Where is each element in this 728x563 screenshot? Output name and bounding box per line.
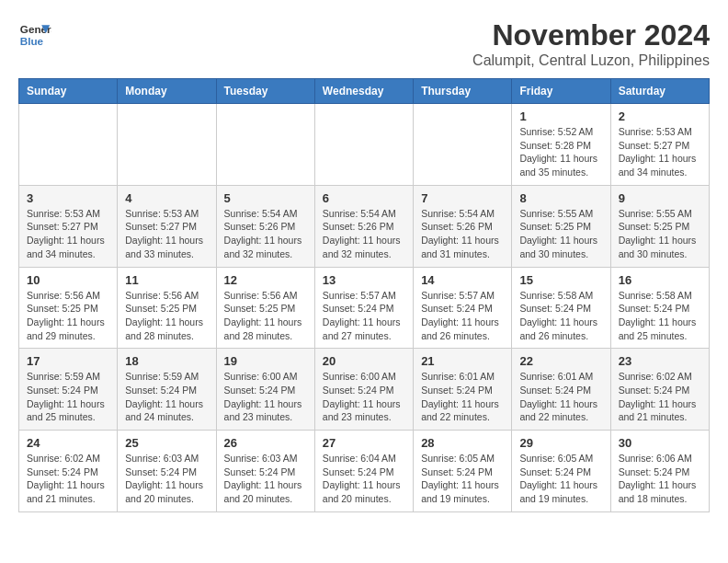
calendar-cell: 3Sunrise: 5:53 AM Sunset: 5:27 PM Daylig… bbox=[19, 185, 118, 267]
day-number: 1 bbox=[519, 109, 602, 123]
calendar-cell: 18Sunrise: 5:59 AM Sunset: 5:24 PM Dayli… bbox=[118, 349, 216, 431]
day-detail: Sunrise: 5:54 AM Sunset: 5:26 PM Dayligh… bbox=[323, 207, 405, 261]
day-number: 14 bbox=[421, 273, 504, 287]
day-detail: Sunrise: 6:06 AM Sunset: 5:24 PM Dayligh… bbox=[619, 452, 701, 506]
calendar-cell: 16Sunrise: 5:58 AM Sunset: 5:24 PM Dayli… bbox=[610, 267, 709, 349]
day-number: 5 bbox=[224, 191, 307, 205]
day-number: 7 bbox=[421, 191, 504, 205]
day-number: 28 bbox=[421, 436, 504, 450]
title-area: November 2024 Calumpit, Central Luzon, P… bbox=[472, 18, 710, 69]
calendar-cell: 10Sunrise: 5:56 AM Sunset: 5:25 PM Dayli… bbox=[19, 267, 118, 349]
day-detail: Sunrise: 5:55 AM Sunset: 5:25 PM Dayligh… bbox=[519, 207, 602, 261]
day-detail: Sunrise: 5:56 AM Sunset: 5:25 PM Dayligh… bbox=[224, 289, 307, 343]
calendar-cell: 22Sunrise: 6:01 AM Sunset: 5:24 PM Dayli… bbox=[512, 349, 610, 431]
day-number: 27 bbox=[323, 436, 405, 450]
day-detail: Sunrise: 6:04 AM Sunset: 5:24 PM Dayligh… bbox=[323, 452, 405, 506]
calendar-cell: 26Sunrise: 6:03 AM Sunset: 5:24 PM Dayli… bbox=[216, 431, 314, 512]
calendar-cell: 11Sunrise: 5:56 AM Sunset: 5:25 PM Dayli… bbox=[118, 267, 216, 349]
week-row-3: 10Sunrise: 5:56 AM Sunset: 5:25 PM Dayli… bbox=[19, 267, 710, 349]
calendar-cell bbox=[314, 104, 413, 186]
day-detail: Sunrise: 5:57 AM Sunset: 5:24 PM Dayligh… bbox=[323, 289, 405, 343]
day-number: 3 bbox=[27, 191, 109, 205]
day-detail: Sunrise: 5:54 AM Sunset: 5:26 PM Dayligh… bbox=[421, 207, 504, 261]
day-detail: Sunrise: 5:52 AM Sunset: 5:28 PM Dayligh… bbox=[519, 125, 602, 179]
calendar-cell: 25Sunrise: 6:03 AM Sunset: 5:24 PM Dayli… bbox=[118, 431, 216, 512]
day-number: 19 bbox=[224, 354, 307, 368]
day-detail: Sunrise: 6:05 AM Sunset: 5:24 PM Dayligh… bbox=[421, 452, 504, 506]
svg-text:Blue: Blue bbox=[20, 35, 44, 47]
day-detail: Sunrise: 5:53 AM Sunset: 5:27 PM Dayligh… bbox=[125, 207, 208, 261]
day-number: 16 bbox=[619, 273, 701, 287]
month-year-title: November 2024 bbox=[472, 18, 710, 52]
day-detail: Sunrise: 6:03 AM Sunset: 5:24 PM Dayligh… bbox=[125, 452, 208, 506]
calendar-cell: 17Sunrise: 5:59 AM Sunset: 5:24 PM Dayli… bbox=[19, 349, 118, 431]
calendar-cell: 23Sunrise: 6:02 AM Sunset: 5:24 PM Dayli… bbox=[610, 349, 709, 431]
calendar-cell: 6Sunrise: 5:54 AM Sunset: 5:26 PM Daylig… bbox=[314, 185, 413, 267]
week-row-5: 24Sunrise: 6:02 AM Sunset: 5:24 PM Dayli… bbox=[19, 431, 710, 512]
calendar-cell: 29Sunrise: 6:05 AM Sunset: 5:24 PM Dayli… bbox=[512, 431, 610, 512]
day-detail: Sunrise: 5:58 AM Sunset: 5:24 PM Dayligh… bbox=[519, 289, 602, 343]
day-number: 29 bbox=[519, 436, 602, 450]
day-detail: Sunrise: 6:00 AM Sunset: 5:24 PM Dayligh… bbox=[224, 370, 307, 424]
logo: General Blue bbox=[18, 18, 51, 52]
day-number: 6 bbox=[323, 191, 405, 205]
day-number: 13 bbox=[323, 273, 405, 287]
day-detail: Sunrise: 5:58 AM Sunset: 5:24 PM Dayligh… bbox=[619, 289, 701, 343]
day-number: 26 bbox=[224, 436, 307, 450]
logo-icon: General Blue bbox=[18, 18, 51, 52]
day-detail: Sunrise: 5:56 AM Sunset: 5:25 PM Dayligh… bbox=[125, 289, 208, 343]
calendar-cell: 9Sunrise: 5:55 AM Sunset: 5:25 PM Daylig… bbox=[610, 185, 709, 267]
calendar-cell: 14Sunrise: 5:57 AM Sunset: 5:24 PM Dayli… bbox=[414, 267, 512, 349]
day-detail: Sunrise: 6:02 AM Sunset: 5:24 PM Dayligh… bbox=[27, 452, 109, 506]
day-number: 18 bbox=[125, 354, 208, 368]
calendar-cell: 5Sunrise: 5:54 AM Sunset: 5:26 PM Daylig… bbox=[216, 185, 314, 267]
day-number: 15 bbox=[519, 273, 602, 287]
day-detail: Sunrise: 5:56 AM Sunset: 5:25 PM Dayligh… bbox=[27, 289, 109, 343]
weekday-header-tuesday: Tuesday bbox=[216, 79, 314, 104]
calendar-cell: 21Sunrise: 6:01 AM Sunset: 5:24 PM Dayli… bbox=[414, 349, 512, 431]
day-number: 12 bbox=[224, 273, 307, 287]
day-detail: Sunrise: 5:55 AM Sunset: 5:25 PM Dayligh… bbox=[619, 207, 701, 261]
day-number: 8 bbox=[519, 191, 602, 205]
calendar-cell: 1Sunrise: 5:52 AM Sunset: 5:28 PM Daylig… bbox=[512, 104, 610, 186]
day-number: 22 bbox=[519, 354, 602, 368]
calendar-cell: 13Sunrise: 5:57 AM Sunset: 5:24 PM Dayli… bbox=[314, 267, 413, 349]
weekday-header-friday: Friday bbox=[512, 79, 610, 104]
day-number: 4 bbox=[125, 191, 208, 205]
day-number: 25 bbox=[125, 436, 208, 450]
weekday-header-monday: Monday bbox=[118, 79, 216, 104]
calendar-cell: 8Sunrise: 5:55 AM Sunset: 5:25 PM Daylig… bbox=[512, 185, 610, 267]
weekday-header-row: SundayMondayTuesdayWednesdayThursdayFrid… bbox=[19, 79, 710, 104]
calendar-cell bbox=[414, 104, 512, 186]
weekday-header-saturday: Saturday bbox=[610, 79, 709, 104]
day-detail: Sunrise: 5:53 AM Sunset: 5:27 PM Dayligh… bbox=[619, 125, 701, 179]
day-detail: Sunrise: 5:57 AM Sunset: 5:24 PM Dayligh… bbox=[421, 289, 504, 343]
week-row-1: 1Sunrise: 5:52 AM Sunset: 5:28 PM Daylig… bbox=[19, 104, 710, 186]
calendar-cell: 15Sunrise: 5:58 AM Sunset: 5:24 PM Dayli… bbox=[512, 267, 610, 349]
weekday-header-thursday: Thursday bbox=[414, 79, 512, 104]
day-detail: Sunrise: 5:53 AM Sunset: 5:27 PM Dayligh… bbox=[27, 207, 109, 261]
day-number: 21 bbox=[421, 354, 504, 368]
day-number: 9 bbox=[619, 191, 701, 205]
calendar-cell: 27Sunrise: 6:04 AM Sunset: 5:24 PM Dayli… bbox=[314, 431, 413, 512]
day-detail: Sunrise: 5:54 AM Sunset: 5:26 PM Dayligh… bbox=[224, 207, 307, 261]
weekday-header-wednesday: Wednesday bbox=[314, 79, 413, 104]
day-number: 20 bbox=[323, 354, 405, 368]
day-number: 10 bbox=[27, 273, 109, 287]
day-number: 23 bbox=[619, 354, 701, 368]
week-row-2: 3Sunrise: 5:53 AM Sunset: 5:27 PM Daylig… bbox=[19, 185, 710, 267]
day-detail: Sunrise: 6:03 AM Sunset: 5:24 PM Dayligh… bbox=[224, 452, 307, 506]
day-detail: Sunrise: 6:00 AM Sunset: 5:24 PM Dayligh… bbox=[323, 370, 405, 424]
calendar-cell: 7Sunrise: 5:54 AM Sunset: 5:26 PM Daylig… bbox=[414, 185, 512, 267]
calendar-cell: 12Sunrise: 5:56 AM Sunset: 5:25 PM Dayli… bbox=[216, 267, 314, 349]
page-header: General Blue November 2024 Calumpit, Cen… bbox=[18, 18, 710, 69]
calendar-cell: 20Sunrise: 6:00 AM Sunset: 5:24 PM Dayli… bbox=[314, 349, 413, 431]
day-detail: Sunrise: 6:01 AM Sunset: 5:24 PM Dayligh… bbox=[519, 370, 602, 424]
day-number: 2 bbox=[619, 109, 701, 123]
day-detail: Sunrise: 5:59 AM Sunset: 5:24 PM Dayligh… bbox=[27, 370, 109, 424]
day-number: 30 bbox=[619, 436, 701, 450]
calendar-cell: 4Sunrise: 5:53 AM Sunset: 5:27 PM Daylig… bbox=[118, 185, 216, 267]
calendar-cell bbox=[118, 104, 216, 186]
day-number: 17 bbox=[27, 354, 109, 368]
day-number: 24 bbox=[27, 436, 109, 450]
